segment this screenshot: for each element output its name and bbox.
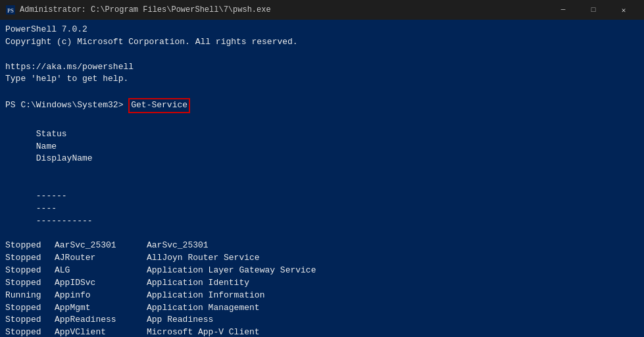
service-name: Appinfo (55, 290, 147, 302)
service-status: Stopped (5, 326, 55, 337)
service-status: Stopped (5, 265, 55, 277)
table-header: Status Name DisplayName (5, 116, 639, 178)
intro-line: Type 'help' to get help. (5, 73, 639, 86)
terminal-window: PowerShell 7.0.2Copyright (c) Microsoft … (0, 20, 644, 337)
sep-status: ------ (36, 190, 86, 203)
service-name: AppReadiness (55, 314, 147, 326)
service-name: AarSvc_25301 (55, 240, 147, 252)
header-name: Name (36, 141, 128, 153)
service-name: AppIDSvc (55, 277, 147, 290)
window-title: Administrator: C:\Program Files\PowerShe… (20, 5, 548, 14)
service-display: Application Information (147, 290, 264, 302)
prompt-separator: > (118, 99, 129, 112)
table-row: StoppedAJRouterAllJoyn Router Service (5, 252, 639, 265)
table-row: StoppedALGApplication Layer Gateway Serv… (5, 265, 639, 277)
intro-section: PowerShell 7.0.2Copyright (c) Microsoft … (5, 24, 639, 98)
service-display: Microsoft App-V Client (147, 326, 260, 337)
close-button[interactable]: ✕ (608, 0, 639, 20)
intro-line: PowerShell 7.0.2 (5, 24, 639, 36)
service-status: Stopped (5, 240, 55, 252)
maximize-button[interactable]: □ (578, 0, 608, 20)
service-list: StoppedAarSvc_25301AarSvc_25301StoppedAJ… (5, 240, 639, 337)
prompt-line: PS C:\Windows\System32 > Get-Service (5, 98, 639, 113)
prompt-text: PS C:\Windows\System32 (5, 99, 118, 112)
service-display: App Readiness (147, 314, 213, 326)
minimize-button[interactable]: ─ (548, 0, 578, 20)
service-name: ALG (55, 265, 147, 277)
service-status: Stopped (5, 277, 55, 290)
table-row: RunningAppinfoApplication Information (5, 290, 639, 302)
titlebar: PS Administrator: C:\Program Files\Power… (0, 0, 644, 20)
window-controls: ─ □ ✕ (548, 0, 639, 20)
service-status: Stopped (5, 302, 55, 315)
service-display: Application Identity (147, 277, 249, 290)
intro-line (5, 49, 639, 61)
intro-line: https://aka.ms/powershell (5, 61, 639, 74)
header-display: DisplayName (36, 153, 93, 165)
service-status: Stopped (5, 314, 55, 326)
service-name: AppVClient (55, 326, 147, 337)
intro-line (5, 86, 639, 98)
svg-text:PS: PS (7, 7, 14, 14)
output-section: Status Name DisplayName ------ ---- ----… (5, 116, 639, 337)
table-separator: ------ ---- ----------- (5, 178, 639, 240)
table-row: StoppedAarSvc_25301AarSvc_25301 (5, 240, 639, 252)
service-display: AarSvc_25301 (147, 240, 209, 252)
app-icon: PS (5, 5, 16, 15)
header-status: Status (36, 128, 86, 141)
table-row: StoppedAppIDSvcApplication Identity (5, 277, 639, 290)
sep-display: ----------- (36, 215, 93, 228)
table-row: StoppedAppReadinessApp Readiness (5, 314, 639, 326)
service-status: Stopped (5, 252, 55, 265)
service-display: AllJoyn Router Service (147, 252, 260, 265)
table-row: StoppedAppVClientMicrosoft App-V Client (5, 326, 639, 337)
command-text: Get-Service (128, 98, 190, 113)
intro-line: Copyright (c) Microsoft Corporation. All… (5, 36, 639, 49)
service-name: AppMgmt (55, 302, 147, 315)
service-status: Running (5, 290, 55, 302)
service-display: Application Layer Gateway Service (147, 265, 316, 277)
service-name: AJRouter (55, 252, 147, 265)
service-display: Application Management (147, 302, 260, 315)
table-row: StoppedAppMgmtApplication Management (5, 302, 639, 315)
sep-name: ---- (36, 203, 128, 215)
